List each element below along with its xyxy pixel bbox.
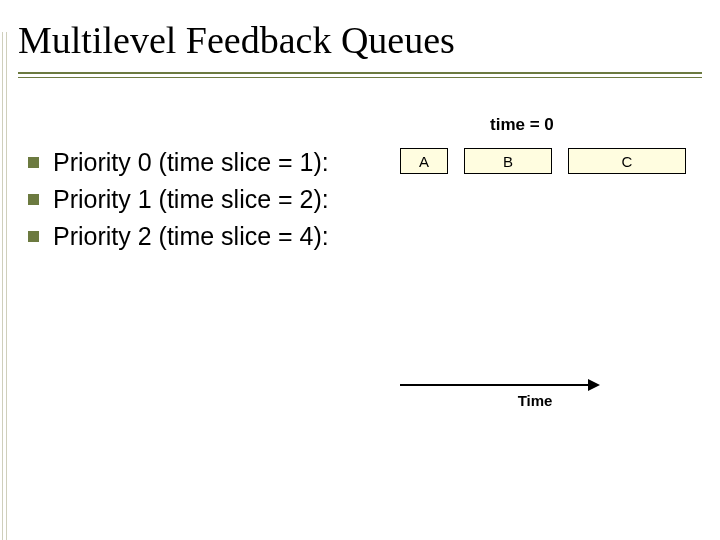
priority-0-queue: A B C [400, 148, 700, 184]
square-bullet-icon [28, 157, 39, 168]
arrow-right-icon [588, 379, 600, 391]
bullet-text: Priority 0 (time slice = 1): [53, 148, 329, 177]
timeline: Time [400, 384, 610, 409]
time-indicator: time = 0 [490, 115, 554, 135]
bullet-text: Priority 1 (time slice = 2): [53, 185, 329, 214]
timeline-axis [400, 384, 590, 386]
square-bullet-icon [28, 194, 39, 205]
list-item: Priority 1 (time slice = 2): [28, 185, 700, 214]
process-box-a: A [400, 148, 448, 174]
square-bullet-icon [28, 231, 39, 242]
timeline-label: Time [400, 392, 630, 409]
list-item: Priority 2 (time slice = 4): [28, 222, 700, 251]
bullet-text: Priority 2 (time slice = 4): [53, 222, 329, 251]
queue-area: A B C [400, 148, 700, 184]
title-underline [18, 72, 702, 82]
title-area: Multilevel Feedback Queues [0, 0, 720, 82]
left-groove-decoration [2, 32, 7, 540]
process-box-c: C [568, 148, 686, 174]
slide: Multilevel Feedback Queues time = 0 Prio… [0, 0, 720, 540]
slide-title: Multilevel Feedback Queues [18, 18, 702, 62]
process-box-b: B [464, 148, 552, 174]
